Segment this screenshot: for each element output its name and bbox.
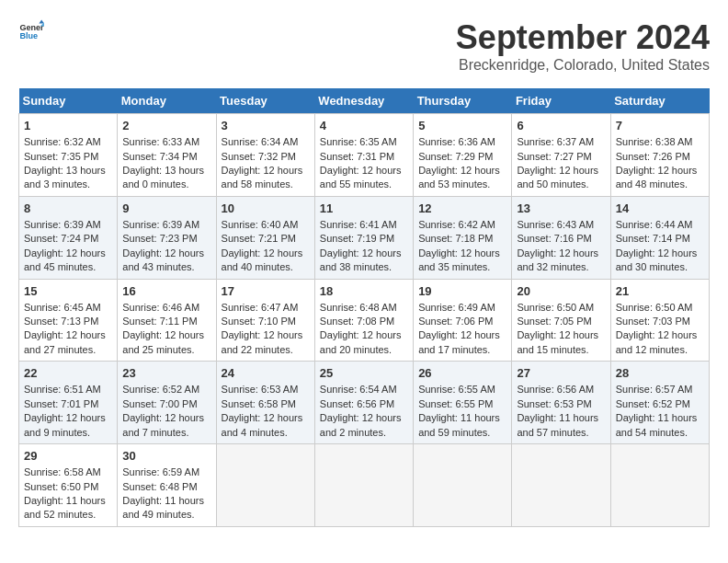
day-info-line: Sunset: 7:26 PM [616, 150, 704, 164]
day-info-line: Daylight: 12 hours [24, 411, 112, 425]
day-info-line: Daylight: 11 hours [122, 494, 210, 508]
day-info-line: Daylight: 11 hours [24, 494, 112, 508]
day-info-line: Daylight: 12 hours [517, 247, 605, 260]
day-info-line: Daylight: 12 hours [418, 247, 506, 260]
day-info-line: Sunrise: 6:33 AM [122, 135, 210, 149]
calendar-cell: 12Sunrise: 6:42 AMSunset: 7:18 PMDayligh… [414, 196, 512, 279]
calendar-cell: 29Sunrise: 6:58 AMSunset: 6:50 PMDayligh… [19, 444, 118, 527]
day-info-line: Sunrise: 6:40 AM [222, 218, 310, 232]
day-info-line: Daylight: 12 hours [222, 411, 310, 425]
day-number: 8 [24, 201, 112, 217]
day-info-line: Sunrise: 6:35 AM [320, 135, 408, 149]
day-info-line: Sunset: 7:19 PM [320, 232, 408, 246]
day-info-line: and 53 minutes. [418, 178, 506, 191]
day-info-line: Sunrise: 6:42 AM [418, 218, 506, 232]
day-info-line: and 7 minutes. [122, 426, 210, 440]
day-info-line: and 4 minutes. [222, 426, 310, 440]
day-info-line: and 38 minutes. [320, 260, 408, 274]
day-number: 26 [418, 365, 506, 382]
calendar-cell: 11Sunrise: 6:41 AMSunset: 7:19 PMDayligh… [314, 196, 413, 279]
day-info-line: and 49 minutes. [122, 508, 210, 522]
logo: General Blue [18, 18, 44, 44]
col-header-tuesday: Tuesday [216, 88, 314, 114]
day-number: 27 [517, 365, 605, 382]
day-info-line: Sunset: 7:03 PM [616, 315, 704, 328]
day-number: 4 [320, 118, 408, 134]
calendar-cell [314, 444, 413, 527]
day-number: 28 [616, 365, 704, 382]
calendar-cell: 13Sunrise: 6:43 AMSunset: 7:16 PMDayligh… [512, 196, 610, 279]
col-header-sunday: Sunday [19, 88, 118, 114]
col-header-thursday: Thursday [414, 88, 512, 114]
day-info-line: Sunrise: 6:50 AM [517, 301, 605, 315]
day-info-line: Sunrise: 6:49 AM [418, 301, 506, 315]
day-info-line: and 35 minutes. [418, 260, 506, 274]
day-info-line: Sunrise: 6:39 AM [24, 218, 112, 232]
day-number: 15 [24, 283, 112, 300]
calendar-cell: 14Sunrise: 6:44 AMSunset: 7:14 PMDayligh… [610, 196, 709, 279]
day-info-line: Sunset: 6:52 PM [616, 397, 704, 411]
day-info-line: and 32 minutes. [517, 260, 605, 274]
calendar-cell: 6Sunrise: 6:37 AMSunset: 7:27 PMDaylight… [512, 114, 610, 197]
calendar-cell: 16Sunrise: 6:46 AMSunset: 7:11 PMDayligh… [118, 279, 216, 362]
day-info-line: and 52 minutes. [24, 508, 112, 522]
day-info-line: Sunrise: 6:46 AM [122, 301, 210, 315]
calendar-table: SundayMondayTuesdayWednesdayThursdayFrid… [18, 88, 710, 527]
day-number: 19 [418, 283, 506, 300]
day-info-line: and 27 minutes. [24, 343, 112, 357]
day-info-line: Sunrise: 6:54 AM [320, 383, 408, 396]
day-info-line: and 55 minutes. [320, 178, 408, 191]
calendar-cell [610, 444, 709, 527]
day-number: 16 [122, 283, 210, 300]
day-info-line: Sunset: 7:05 PM [517, 315, 605, 328]
day-info-line: Sunset: 6:58 PM [222, 397, 310, 411]
day-info-line: Sunset: 6:56 PM [320, 397, 408, 411]
day-info-line: Daylight: 11 hours [517, 411, 605, 425]
day-info-line: and 2 minutes. [320, 426, 408, 440]
day-number: 12 [418, 201, 506, 217]
day-info-line: and 57 minutes. [517, 426, 605, 440]
day-number: 23 [122, 365, 210, 382]
day-info-line: Daylight: 12 hours [616, 328, 704, 342]
day-info-line: and 45 minutes. [24, 260, 112, 274]
day-info-line: Daylight: 12 hours [616, 247, 704, 260]
col-header-friday: Friday [512, 88, 610, 114]
calendar-cell [216, 444, 314, 527]
day-info-line: Daylight: 12 hours [320, 247, 408, 260]
day-info-line: and 48 minutes. [616, 178, 704, 191]
title-section: September 2024 Breckenridge, Colorado, U… [456, 18, 710, 74]
day-number: 9 [122, 201, 210, 217]
calendar-cell: 21Sunrise: 6:50 AMSunset: 7:03 PMDayligh… [610, 279, 709, 362]
logo-icon: General Blue [18, 18, 44, 44]
day-info-line: Sunrise: 6:55 AM [418, 383, 506, 396]
day-info-line: Sunrise: 6:57 AM [616, 383, 704, 396]
calendar-cell [512, 444, 610, 527]
day-info-line: Daylight: 12 hours [320, 164, 408, 178]
day-info-line: Sunset: 7:29 PM [418, 150, 506, 164]
day-info-line: Sunrise: 6:52 AM [122, 383, 210, 396]
day-info-line: Sunset: 7:10 PM [222, 315, 310, 328]
calendar-cell: 24Sunrise: 6:53 AMSunset: 6:58 PMDayligh… [216, 362, 314, 444]
day-info-line: Sunrise: 6:45 AM [24, 301, 112, 315]
day-info-line: Sunset: 7:24 PM [24, 232, 112, 246]
day-info-line: Daylight: 12 hours [122, 328, 210, 342]
week-row-1: 1Sunrise: 6:32 AMSunset: 7:35 PMDaylight… [19, 114, 710, 197]
svg-marker-2 [39, 19, 44, 23]
day-info-line: Daylight: 12 hours [320, 328, 408, 342]
day-info-line: Sunset: 7:21 PM [222, 232, 310, 246]
calendar-title: September 2024 [456, 18, 710, 57]
day-info-line: and 17 minutes. [418, 343, 506, 357]
calendar-cell: 25Sunrise: 6:54 AMSunset: 6:56 PMDayligh… [314, 362, 413, 444]
day-number: 2 [122, 118, 210, 134]
day-number: 11 [320, 201, 408, 217]
day-info-line: Sunrise: 6:41 AM [320, 218, 408, 232]
day-info-line: and 25 minutes. [122, 343, 210, 357]
day-info-line: Sunset: 7:16 PM [517, 232, 605, 246]
day-info-line: Sunrise: 6:43 AM [517, 218, 605, 232]
day-number: 25 [320, 365, 408, 382]
day-info-line: and 22 minutes. [222, 343, 310, 357]
calendar-cell: 2Sunrise: 6:33 AMSunset: 7:34 PMDaylight… [118, 114, 216, 197]
week-row-5: 29Sunrise: 6:58 AMSunset: 6:50 PMDayligh… [19, 444, 710, 527]
day-info-line: Sunset: 7:32 PM [222, 150, 310, 164]
header-row: SundayMondayTuesdayWednesdayThursdayFrid… [19, 88, 710, 114]
